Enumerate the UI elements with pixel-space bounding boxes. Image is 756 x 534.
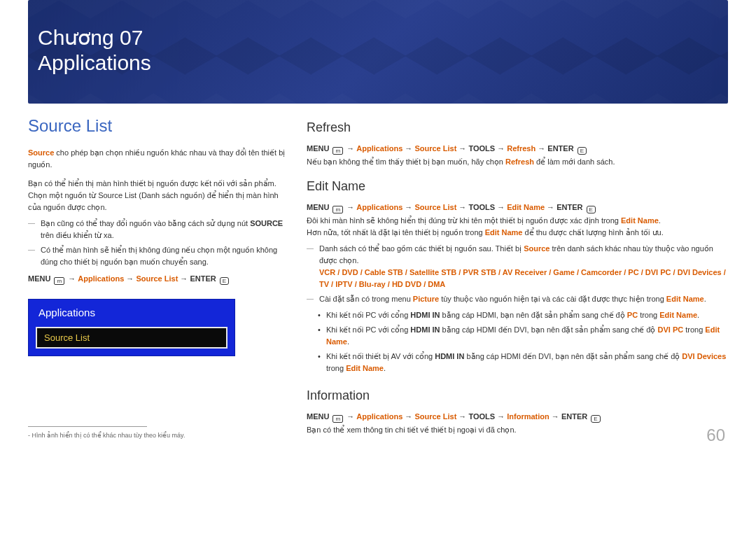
information-desc: Bạn có thể xem thông tin chi tiết về thi… — [307, 424, 728, 436]
menu-icon: m — [332, 415, 343, 423]
menu-path-source-list: MENU m → Applications → Source List → EN… — [28, 272, 287, 286]
chapter-line1: Chương 07 — [38, 26, 143, 49]
menu-icon: m — [332, 147, 343, 155]
chapter-title: Chương 07 Applications — [38, 25, 718, 76]
page-number: 60 — [706, 426, 725, 445]
subsection-information: Information — [307, 388, 728, 403]
section-heading-source-list: Source List — [28, 116, 287, 136]
osd-screenshot: Applications Source List — [28, 299, 235, 356]
bullet-item: Khi kết nối PC với cổng HDMI IN bằng cáp… — [318, 309, 728, 321]
menu-icon: m — [54, 277, 64, 285]
edit-name-bullets: Khi kết nối PC với cổng HDMI IN bằng cáp… — [318, 309, 728, 374]
source-notes: Bạn cũng có thể thay đổi nguồn vào bằng … — [28, 218, 287, 268]
subsection-refresh: Refresh — [307, 120, 728, 135]
refresh-desc: Nếu bạn không thể tìm thấy thiết bị bạn … — [307, 156, 728, 168]
menu-icon: m — [332, 206, 343, 213]
note-item: Bạn cũng có thể thay đổi nguồn vào bằng … — [28, 218, 287, 241]
menu-path-information: MENU m → Applications → Source List → TO… — [307, 410, 728, 424]
bullet-item: Khi kết nối PC với cổng HDMI IN bằng cáp… — [318, 324, 728, 348]
osd-title: Applications — [36, 307, 227, 318]
source-intro: Source cho phép bạn chọn nhiều nguồn khá… — [28, 147, 287, 171]
edit-name-notes: Danh sách có thể bao gồm các thiết bị ng… — [307, 243, 728, 305]
chapter-banner: Chương 07 Applications — [28, 0, 728, 104]
enter-icon: E — [587, 206, 596, 213]
menu-path-refresh: MENU m → Applications → Source List → TO… — [307, 142, 728, 156]
source-word: Source — [28, 148, 54, 157]
source-desc: Bạn có thể hiển thị màn hình thiết bị ng… — [28, 178, 287, 213]
note-item: Có thể màn hình sẽ hiển thị không đúng n… — [28, 244, 287, 268]
osd-item-source-list: Source List — [36, 327, 227, 349]
chapter-line2: Applications — [38, 51, 151, 74]
subsection-edit-name: Edit Name — [307, 179, 728, 194]
menu-path-edit-name: MENU m → Applications → Source List → TO… — [307, 201, 728, 215]
enter-icon: E — [578, 147, 587, 155]
note-item: Cài đặt sẵn có trong menu Picture tùy th… — [307, 293, 728, 305]
edit-name-p2: Hơn nữa, tốt nhất là đặt lại tên thiết b… — [307, 227, 728, 239]
device-list: VCR / DVD / Cable STB / Satellite STB / … — [319, 268, 726, 288]
note-item: Danh sách có thể bao gồm các thiết bị ng… — [307, 243, 728, 290]
enter-icon: E — [220, 277, 229, 285]
footnote: - Hình ảnh hiển thị có thể khác nhau tùy… — [28, 431, 287, 441]
bullet-item: Khi kết nối thiết bị AV với cổng HDMI IN… — [318, 351, 728, 374]
enter-icon: E — [591, 415, 600, 423]
edit-name-p1: Đôi khi màn hình sẽ không hiển thị đúng … — [307, 215, 728, 227]
footnote-rule — [28, 426, 147, 427]
